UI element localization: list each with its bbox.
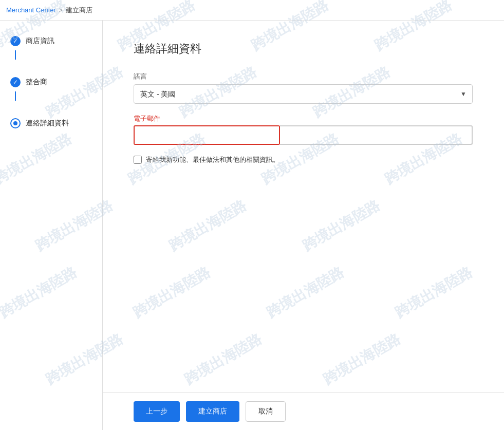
step-icon-store-info: ✓: [10, 36, 21, 46]
sidebar-label-integrator: 整合商: [26, 78, 47, 87]
language-select[interactable]: 英文 - 美國 繁體中文 簡體中文 日本語: [134, 84, 473, 104]
step-icon-contact: [10, 118, 21, 128]
breadcrumb: Merchant Center > 建立商店: [6, 6, 92, 15]
email-field-row: [134, 125, 473, 145]
sidebar-item-integrator[interactable]: ✓ 整合商: [10, 77, 92, 87]
language-group: 語言 英文 - 美國 繁體中文 簡體中文 日本語 ▼: [134, 72, 473, 104]
newsletter-checkbox[interactable]: [134, 156, 142, 164]
email-group: 電子郵件: [134, 114, 473, 145]
language-select-wrapper: 英文 - 美國 繁體中文 簡體中文 日本語 ▼: [134, 84, 473, 104]
form-section: 語言 英文 - 美國 繁體中文 簡體中文 日本語 ▼ 電子郵件: [134, 72, 473, 164]
page-title: 連絡詳細資料: [134, 41, 473, 57]
content-area: 連絡詳細資料 語言 英文 - 美國 繁體中文 簡體中文 日本語 ▼ 電子郵件: [103, 21, 504, 430]
email-extra-input[interactable]: [280, 126, 472, 144]
email-left-wrapper: [134, 125, 280, 145]
sidebar-label-contact: 連絡詳細資料: [26, 119, 69, 128]
sidebar: ✓ 商店資訊 ✓ 整合商 連絡詳細資料: [0, 21, 103, 430]
sidebar-item-store-info[interactable]: ✓ 商店資訊: [10, 36, 92, 46]
newsletter-label-text: 寄給我新功能、最佳做法和其他的相關資訊。: [146, 156, 279, 163]
back-button[interactable]: 上一步: [134, 401, 180, 422]
cancel-button[interactable]: 取消: [246, 401, 286, 422]
email-right-wrapper: [280, 125, 473, 145]
step-icon-integrator: ✓: [10, 77, 21, 87]
breadcrumb-home[interactable]: Merchant Center: [6, 6, 56, 14]
breadcrumb-separator: >: [59, 7, 63, 14]
sidebar-item-contact[interactable]: 連絡詳細資料: [10, 118, 92, 128]
main-layout: ✓ 商店資訊 ✓ 整合商 連絡詳細資料 連絡詳細資料 語言 英文 - 美國: [0, 21, 504, 430]
step-connector-2: [15, 91, 16, 101]
create-store-button[interactable]: 建立商店: [186, 401, 239, 422]
footer-buttons: 上一步 建立商店 取消: [103, 392, 504, 430]
newsletter-label: 寄給我新功能、最佳做法和其他的相關資訊。: [146, 155, 279, 164]
step-connector-1: [15, 50, 16, 60]
header: Merchant Center > 建立商店: [0, 0, 504, 21]
newsletter-checkbox-group: 寄給我新功能、最佳做法和其他的相關資訊。: [134, 155, 473, 164]
email-input[interactable]: [135, 126, 279, 144]
language-label: 語言: [134, 72, 473, 81]
active-dot: [13, 121, 17, 125]
sidebar-label-store-info: 商店資訊: [26, 36, 54, 46]
breadcrumb-current: 建立商店: [66, 6, 92, 15]
email-label: 電子郵件: [134, 114, 473, 123]
